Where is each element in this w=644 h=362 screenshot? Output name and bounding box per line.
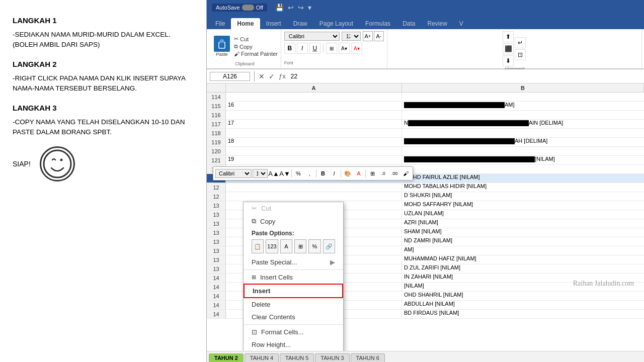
- cell-b[interactable]: [402, 147, 644, 155]
- cell-b[interactable]: [402, 129, 644, 137]
- ctx-paste-special[interactable]: Paste Special... ▶: [244, 256, 343, 268]
- paste-opt-4[interactable]: ⊞: [294, 239, 306, 253]
- cell-b[interactable]: AZRI [NILAM]: [402, 219, 644, 228]
- ctx-copy[interactable]: ⧉ Copy: [244, 215, 343, 228]
- mini-comma-button[interactable]: ,: [304, 168, 314, 178]
- save-icon[interactable]: 💾: [275, 4, 284, 12]
- tab-more[interactable]: V: [453, 18, 469, 29]
- ctx-format-cells[interactable]: ⊡ Format Cells...: [244, 326, 343, 338]
- cell-b[interactable]: [NILAM]: [402, 156, 644, 164]
- paste-opt-6[interactable]: 🔗: [323, 239, 335, 253]
- cell-b[interactable]: MOHD FAIRUL AZLIE [NILAM]: [402, 174, 644, 183]
- cell-a[interactable]: [226, 183, 402, 192]
- cell-b[interactable]: D ZUL ZARIFI [NILAM]: [402, 264, 644, 273]
- paste-opt-2[interactable]: 123: [266, 239, 278, 253]
- cell-b[interactable]: MUHAMMAD HAFIZ [NILAM]: [402, 255, 644, 264]
- sheet-tab-tahun5[interactable]: TAHUN 5: [280, 353, 314, 362]
- sheet-tab-tahun2[interactable]: TAHUN 2: [209, 353, 244, 362]
- paste-opt-5[interactable]: %: [308, 239, 320, 253]
- bold-button[interactable]: B: [284, 43, 295, 54]
- ctx-row-height[interactable]: Row Height...: [244, 338, 343, 351]
- cell-a[interactable]: 18: [226, 138, 402, 146]
- paste-opt-1[interactable]: 📋: [252, 239, 264, 253]
- autosave-toggle[interactable]: [242, 5, 254, 11]
- ctx-cut[interactable]: ✂ Cut: [244, 202, 343, 215]
- mini-size-select[interactable]: 12: [253, 169, 268, 178]
- ctx-clear-contents[interactable]: Clear Contents: [244, 311, 343, 323]
- more-icon[interactable]: ▾: [308, 4, 311, 12]
- font-color-button[interactable]: A▾: [351, 43, 362, 54]
- cell-a[interactable]: [226, 111, 402, 119]
- mini-grow-font-button[interactable]: A▲: [269, 168, 279, 178]
- name-box[interactable]: [210, 72, 250, 81]
- cut-item[interactable]: ✂ Cut: [234, 36, 278, 42]
- sheet-tab-tahun6[interactable]: TAHUN 6: [351, 353, 385, 362]
- sheet-tab-tahun4[interactable]: TAHUN 4: [245, 353, 279, 362]
- merge-button[interactable]: ⊡: [515, 49, 526, 60]
- cell-a[interactable]: [226, 129, 402, 137]
- increase-font-size-button[interactable]: A+: [363, 31, 373, 41]
- undo-icon[interactable]: ↩: [288, 4, 294, 12]
- tab-formulas[interactable]: Formulas: [359, 18, 396, 29]
- fill-color-button[interactable]: A▾: [339, 43, 350, 54]
- tab-file[interactable]: File: [209, 18, 231, 29]
- mini-percent-button[interactable]: %: [293, 168, 303, 178]
- confirm-formula-icon[interactable]: ✓: [269, 72, 275, 80]
- col-header-a[interactable]: A: [226, 83, 402, 92]
- cell-b[interactable]: ND ZAMRI [NILAM]: [402, 237, 644, 246]
- tab-draw[interactable]: Draw: [287, 18, 313, 29]
- cell-b[interactable]: SHAM [NILAM]: [402, 228, 644, 237]
- cancel-formula-icon[interactable]: ✕: [259, 72, 265, 80]
- copy-item[interactable]: ⧉ Copy: [234, 43, 278, 50]
- col-header-b[interactable]: B: [402, 83, 644, 92]
- mini-border-button[interactable]: ⊞: [367, 168, 377, 178]
- cell-a[interactable]: 16: [226, 102, 402, 110]
- align-middle-button[interactable]: ⬛: [503, 43, 514, 54]
- tab-page-layout[interactable]: Page Layout: [313, 18, 359, 29]
- cell-b[interactable]: BD FIRDAUS [NILAM]: [402, 310, 644, 318]
- font-size-select[interactable]: 12: [342, 32, 361, 41]
- cell-b[interactable]: NAIN [DELIMA]: [402, 120, 644, 128]
- cell-a[interactable]: 17: [226, 120, 402, 128]
- decrease-font-size-button[interactable]: A-: [374, 31, 384, 41]
- insert-function-icon[interactable]: ƒx: [279, 72, 286, 80]
- mini-italic-button[interactable]: I: [329, 168, 339, 178]
- cell-b[interactable]: AM]: [402, 246, 644, 255]
- ctx-insert-cells[interactable]: ⊞ Insert Cells: [244, 271, 343, 284]
- cell-a[interactable]: [226, 147, 402, 155]
- align-bottom-button[interactable]: ⬇: [503, 55, 514, 66]
- sheet-tab-tahun3[interactable]: TAHUN 3: [315, 353, 349, 362]
- border-button[interactable]: ⊞: [326, 43, 337, 54]
- cell-b[interactable]: [402, 111, 644, 119]
- mini-shrink-font-button[interactable]: A▼: [280, 168, 290, 178]
- cell-b[interactable]: AH [DELIMA]: [402, 138, 644, 146]
- cell-b[interactable]: OHD SHAHRIL [NILAM]: [402, 292, 644, 300]
- paste-opt-3[interactable]: A: [280, 239, 292, 253]
- tab-review[interactable]: Review: [421, 18, 453, 29]
- cell-b[interactable]: UZLAN [NILAM]: [402, 210, 644, 219]
- mini-font-color-button[interactable]: A: [354, 168, 364, 178]
- tab-data[interactable]: Data: [396, 18, 421, 29]
- align-top-button[interactable]: ⬆: [503, 31, 514, 42]
- cell-a[interactable]: [226, 192, 402, 201]
- wrap-text-button[interactable]: ↵: [515, 37, 526, 48]
- cell-b[interactable]: D SHUKRI [NILAM]: [402, 192, 644, 201]
- format-painter-item[interactable]: 🖌 Format Painter: [234, 51, 278, 57]
- cell-b[interactable]: MOHD SAFFAHRY [NILAM]: [402, 201, 644, 210]
- cell-a[interactable]: [226, 93, 402, 101]
- mini-bold-button[interactable]: B: [318, 168, 328, 178]
- mini-fill-color-button[interactable]: 🎨: [343, 168, 353, 178]
- font-name-select[interactable]: Calibri: [284, 32, 340, 41]
- italic-button[interactable]: I: [297, 43, 308, 54]
- mini-dec-decimal-button[interactable]: .0: [378, 168, 388, 178]
- cell-b[interactable]: MOHD TABALIAS HIDIR [NILAM]: [402, 183, 644, 192]
- ctx-insert[interactable]: Insert: [244, 284, 343, 298]
- cell-b[interactable]: ABDULLAH [NILAM]: [402, 301, 644, 309]
- paste-button[interactable]: Paste: [212, 35, 232, 58]
- cell-b[interactable]: [402, 93, 644, 101]
- underline-button[interactable]: U: [309, 43, 320, 54]
- redo-icon[interactable]: ↪: [298, 4, 304, 12]
- mini-brush-button[interactable]: 🖌: [400, 168, 411, 178]
- mini-inc-decimal-button[interactable]: .00: [389, 168, 399, 178]
- mini-font-select[interactable]: Calibri: [215, 169, 252, 178]
